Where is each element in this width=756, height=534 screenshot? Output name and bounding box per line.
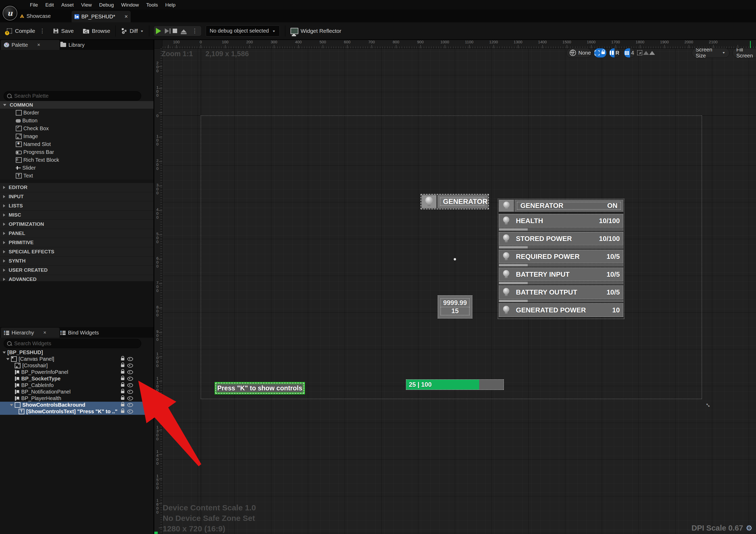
lock-icon[interactable]: [121, 397, 124, 400]
gear-icon[interactable]: ⚙: [746, 524, 752, 532]
lock-icon[interactable]: [121, 364, 124, 367]
browse-button[interactable]: Browse: [80, 28, 113, 34]
expand-arrow-icon[interactable]: [3, 351, 7, 353]
localization-preview-button[interactable]: None: [566, 48, 591, 58]
palette-category[interactable]: SYNTH: [0, 257, 153, 266]
palette-category[interactable]: PRIMITIVE: [0, 238, 153, 247]
menu-item[interactable]: Asset: [58, 0, 77, 10]
menu-item[interactable]: Edit: [42, 0, 58, 10]
panel-splitter[interactable]: [153, 40, 154, 534]
hierarchy-row[interactable]: [Canvas Panel]: [0, 356, 153, 362]
visibility-eye-icon[interactable]: [127, 403, 133, 407]
tab-library[interactable]: Library: [57, 40, 88, 50]
play-options-icon[interactable]: ⋮: [190, 28, 199, 34]
tab-bind-widgets[interactable]: Bind Widgets: [57, 328, 102, 338]
tab-palette[interactable]: Palette ✕: [1, 40, 60, 50]
close-icon[interactable]: ✕: [37, 42, 40, 47]
hierarchy-row[interactable]: BP_CableInfo: [0, 382, 153, 388]
designer-canvas[interactable]: 1000100200300400500600700800900100011001…: [154, 40, 756, 534]
palette-item[interactable]: Text: [0, 172, 153, 180]
power-panel-row[interactable]: BATTERY INPUT 10/5: [499, 267, 623, 284]
generator-widget[interactable]: GENERATOR: [421, 194, 489, 209]
power-panel-row[interactable]: STORED POWER 10/100: [499, 232, 623, 249]
grid-snap-toggle[interactable]: [624, 48, 630, 58]
visibility-eye-icon[interactable]: [127, 357, 133, 361]
power-panel-row[interactable]: GENERATED POWER 10: [499, 303, 623, 317]
compile-button[interactable]: ? Compile: [4, 28, 38, 34]
visibility-eye-icon[interactable]: [127, 396, 133, 400]
palette-item[interactable]: Button: [0, 117, 153, 125]
lock-icon[interactable]: [121, 384, 124, 387]
respect-locks-toggle[interactable]: R: [614, 48, 620, 58]
lock-icon[interactable]: [121, 358, 124, 360]
palette-item[interactable]: Progress Bar: [0, 148, 153, 156]
menu-item[interactable]: Window: [118, 0, 143, 10]
menu-item[interactable]: Debug: [95, 0, 118, 10]
palette-category-common[interactable]: COMMON: [0, 101, 153, 109]
eject-icon[interactable]: [181, 29, 187, 33]
visibility-eye-icon[interactable]: [127, 370, 133, 374]
fill-screen-dropdown[interactable]: Fill Screen ▼: [732, 48, 756, 58]
power-panel-row[interactable]: BATTERY OUTPUT 10/5: [499, 285, 623, 302]
preview-image-button[interactable]: [643, 48, 649, 58]
menu-item[interactable]: Tools: [143, 0, 161, 10]
visibility-eye-icon[interactable]: [127, 383, 133, 387]
tab-showcase[interactable]: Showcase: [17, 10, 53, 22]
menu-item[interactable]: View: [77, 0, 95, 10]
palette-category[interactable]: USER CREATED: [0, 266, 153, 275]
tab-hierarchy[interactable]: Hierarchy ✕: [1, 328, 60, 338]
palette-category[interactable]: SPECIAL EFFECTS: [0, 247, 153, 257]
play-icon[interactable]: [156, 28, 161, 34]
player-health-progress-bar[interactable]: 25 | 100: [406, 379, 504, 390]
palette-item[interactable]: Named Slot: [0, 140, 153, 148]
value-bottom[interactable]: 15: [441, 307, 470, 316]
palette-item[interactable]: Rich Text Block: [0, 156, 153, 164]
diff-button[interactable]: Diff ▼: [118, 28, 147, 34]
expand-arrow-icon[interactable]: [10, 404, 15, 406]
hierarchy-row[interactable]: ShowControlsBackround: [0, 402, 153, 408]
lock-widgets-toggle[interactable]: [600, 48, 606, 58]
close-icon[interactable]: ✕: [124, 14, 128, 19]
compile-options-icon[interactable]: ⋮: [38, 28, 47, 34]
power-info-panel[interactable]: GENERATOR ON HEALTH 10/100: [498, 199, 624, 319]
palette-category[interactable]: MISC: [0, 211, 153, 220]
hierarchy-row[interactable]: [Crosshair]: [0, 362, 153, 369]
lock-icon[interactable]: [121, 410, 124, 413]
dashed-outline-toggle[interactable]: [594, 48, 600, 58]
power-panel-title-row[interactable]: GENERATOR ON: [499, 200, 623, 211]
select-cursor-button[interactable]: [637, 48, 643, 58]
hierarchy-row[interactable]: BP_PlayerHealth: [0, 395, 153, 402]
close-icon[interactable]: ✕: [43, 330, 47, 335]
power-panel-row[interactable]: REQUIRED POWER 10/5: [499, 250, 623, 267]
power-panel-row[interactable]: HEALTH 10/100: [499, 214, 623, 231]
stop-icon[interactable]: [173, 29, 177, 33]
palette-category[interactable]: OPTIMIZATION: [0, 220, 153, 229]
hierarchy-row[interactable]: BP_PowerInfoPanel: [0, 369, 153, 376]
unreal-logo[interactable]: u: [3, 6, 17, 20]
palette-item[interactable]: Border: [0, 109, 153, 117]
hierarchy-row[interactable]: BP_NotificationPanel: [0, 388, 153, 395]
search-widgets-input[interactable]: Search Widgets: [4, 339, 141, 348]
menu-item[interactable]: Help: [162, 0, 179, 10]
lock-icon[interactable]: [121, 378, 124, 380]
visibility-eye-icon[interactable]: [127, 390, 133, 394]
palette-item[interactable]: Slider: [0, 164, 153, 172]
visibility-eye-icon[interactable]: [127, 377, 133, 381]
palette-item[interactable]: Image: [0, 132, 153, 140]
palette-category[interactable]: EDITOR: [0, 183, 153, 192]
hierarchy-row[interactable]: BP_SocketType: [0, 376, 153, 382]
visibility-eye-icon[interactable]: [127, 364, 133, 368]
screen-size-dropdown[interactable]: Screen Size ▼: [692, 48, 730, 58]
widget-outline-toggle[interactable]: [609, 48, 615, 58]
tab-bp-peshud[interactable]: BP_PESHUD* ✕: [72, 11, 131, 22]
show-controls-text-widget[interactable]: Press "K" to show controls: [215, 382, 305, 394]
flip-preview-button[interactable]: [649, 48, 655, 58]
search-palette-input[interactable]: Search Palette: [4, 91, 141, 100]
hierarchy-row[interactable]: [ShowControlsText] "Press "K" to ..": [0, 408, 153, 415]
save-button[interactable]: Save: [50, 28, 76, 34]
visibility-eye-icon[interactable]: [127, 409, 133, 413]
resize-handle-icon[interactable]: ↔: [704, 399, 714, 409]
palette-category[interactable]: PANEL: [0, 229, 153, 238]
lock-icon[interactable]: [121, 371, 124, 374]
debug-object-dropdown[interactable]: No debug object selected ▼: [206, 25, 280, 37]
